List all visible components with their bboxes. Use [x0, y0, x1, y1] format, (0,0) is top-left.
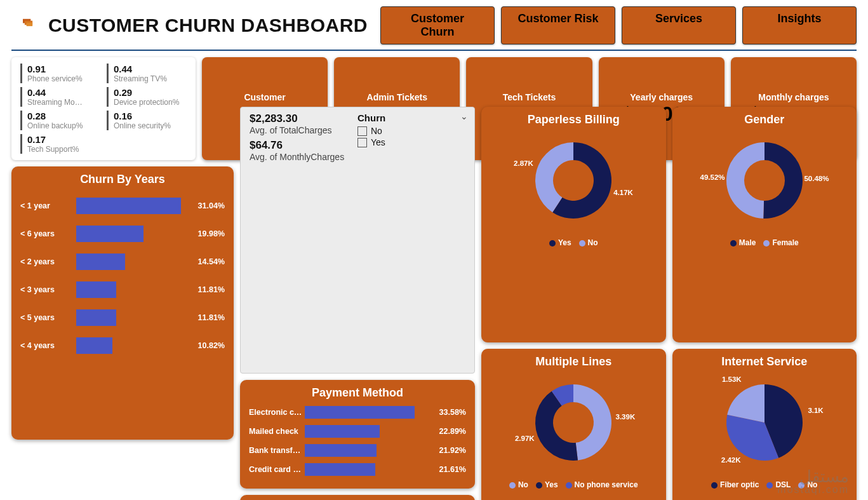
svg-text:50.48%: 50.48% — [804, 175, 829, 182]
legend: NoYesNo phone service — [509, 480, 638, 489]
ratio-item: 0.91Phone service% — [20, 64, 100, 83]
bar-row: < 6 years 19.98% — [20, 226, 225, 242]
page-title: CUSTOMER CHURN DASHBOARD — [48, 15, 368, 36]
checkbox-icon — [357, 138, 367, 147]
svg-text:2.97K: 2.97K — [515, 435, 535, 442]
donut-svg: 4.17K2.87K — [497, 133, 650, 234]
bar-row: < 3 years 11.81% — [20, 281, 225, 298]
lower-grid: Churn By Years < 1 year 31.04% < 6 years… — [11, 166, 857, 500]
avg-totalcharges-value: $2,283.30 — [250, 112, 357, 125]
chart-multiple-lines[interactable]: Multiple Lines 3.39K2.97K0.68KNoYesNo ph… — [481, 349, 666, 500]
churn-filter: Churn No Yes — [357, 112, 465, 368]
svg-text:4.17K: 4.17K — [613, 189, 633, 196]
ratio-item: 0.16Online security% — [107, 111, 187, 130]
tab-insights[interactable]: Insights — [742, 6, 857, 44]
chart-paperless-billing[interactable]: Paperless Billing 4.17K2.87KYesNo — [481, 107, 666, 342]
svg-text:pwc: pwc — [12, 29, 19, 32]
pwc-logo: pwc — [11, 6, 36, 44]
ratio-item: 0.44Streaming Mo… — [20, 87, 100, 107]
bar-row: < 1 year 31.04% — [20, 198, 225, 214]
checkbox-icon — [357, 126, 367, 136]
avg-monthlycharges-value: $64.76 — [250, 139, 357, 152]
chart-churn-by-years[interactable]: Churn By Years < 1 year 31.04% < 6 years… — [11, 166, 234, 440]
svg-text:1.53K: 1.53K — [722, 375, 742, 383]
svg-text:2.42K: 2.42K — [721, 456, 741, 464]
averages-card: $2,283.30 Avg. of TotalCharges $64.76 Av… — [240, 107, 475, 374]
bar-row: < 2 years 14.54% — [20, 253, 225, 270]
svg-rect-2 — [27, 22, 32, 26]
churn-filter-yes[interactable]: Yes — [357, 137, 465, 147]
chevron-down-icon[interactable]: ⌄ — [460, 111, 468, 121]
chart-payment-method[interactable]: Payment Method Electronic c… 33.58% Mail… — [240, 380, 475, 489]
churn-filter-no[interactable]: No — [357, 126, 465, 136]
pwc-logo-icon: pwc — [11, 17, 36, 34]
bar-row: Mailed check 22.89% — [249, 425, 466, 438]
ratio-item: 0.28Online backup% — [20, 111, 100, 130]
svg-text:49.52%: 49.52% — [700, 173, 724, 181]
donut-svg: 50.48%49.52% — [688, 133, 841, 234]
tab-services[interactable]: Services — [622, 6, 736, 44]
watermark: مستقل mostaql.com — [777, 468, 849, 495]
bar-row: Electronic c… 33.58% — [249, 406, 466, 419]
tab-customer-churn[interactable]: Customer Churn — [380, 6, 495, 44]
svg-text:2.87K: 2.87K — [514, 159, 533, 167]
ratio-item: 0.44Streaming TV% — [107, 64, 187, 83]
legend: MaleFemale — [730, 238, 799, 247]
tab-bar: Customer Churn Customer Risk Services In… — [380, 6, 857, 44]
chart-gender[interactable]: Gender 50.48%49.52%MaleFemale — [672, 107, 857, 342]
legend: YesNo — [549, 238, 598, 247]
bar-row: < 5 years 11.81% — [20, 309, 225, 326]
bar-row: < 4 years 10.82% — [20, 337, 225, 354]
ratios-card: 0.91Phone service%0.44Streaming TV%0.44S… — [11, 57, 196, 160]
bar-row: Credit card … 21.61% — [249, 463, 466, 476]
ratio-item: 0.17Tech Support% — [20, 134, 100, 154]
svg-text:3.1K: 3.1K — [808, 407, 824, 414]
bar-row: Bank transf… 21.92% — [249, 444, 466, 457]
ratio-item: 0.29Device protection% — [107, 87, 187, 107]
tab-customer-risk[interactable]: Customer Risk — [501, 6, 615, 44]
donut-svg: 3.1K2.42K1.53K — [688, 375, 841, 476]
header: pwc CUSTOMER CHURN DASHBOARD Customer Ch… — [11, 6, 857, 51]
donut-svg: 3.39K2.97K0.68K — [497, 375, 650, 476]
chart-contract[interactable]: Contract Month-to… 55.02% Two year 24.07… — [240, 495, 475, 500]
svg-text:3.39K: 3.39K — [616, 413, 636, 421]
